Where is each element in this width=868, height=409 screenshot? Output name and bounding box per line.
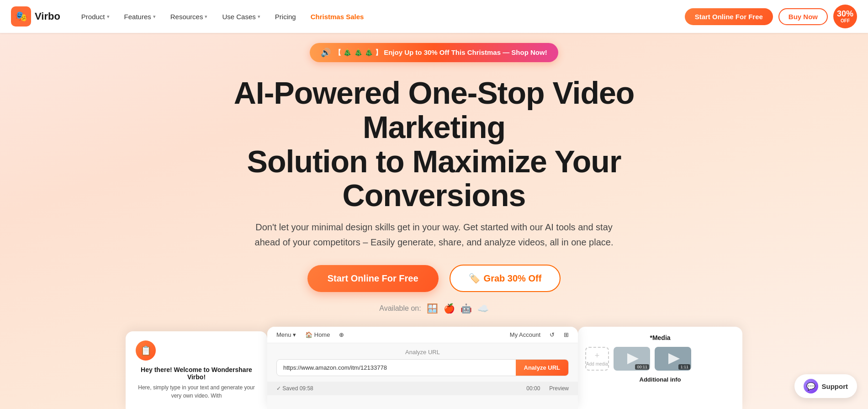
chevron-down-icon: ▾ [258,14,260,20]
thumb-2-time: 1:11 [678,364,690,370]
announcement-banner[interactable]: 🔊 【 🎄 🎄 🎄 】 Enjoy Up to 30% Off This Chr… [310,43,558,62]
navbar-start-free-button[interactable]: Start Online For Free [685,8,773,25]
editor-content: Analyze URL Analyze URL [267,343,578,382]
grab-discount-button[interactable]: 🏷️ Grab 30% Off [450,265,561,292]
cta-row: Start Online For Free 🏷️ Grab 30% Off [307,265,561,292]
chat-panel: 📋 Hey there! Welcome to Wondershare Virb… [126,331,267,409]
add-media-button[interactable]: + Add media [585,347,609,371]
thumb-1-time: 00:11 [635,364,649,370]
home-button[interactable]: 🏠 Home [305,331,330,338]
start-online-free-button[interactable]: Start Online For Free [307,265,439,292]
speaker-icon: 🔊 [321,48,331,58]
navbar-actions: Start Online For Free Buy Now 30% OFF [685,5,857,28]
nav-pricing[interactable]: Pricing [269,9,302,24]
media-panel-title: *Media [585,334,735,341]
logo-link[interactable]: 🎭 Virbo [11,6,60,27]
analyze-url-input[interactable] [277,360,516,376]
cloud-icon: ☁️ [477,303,489,314]
nav-christmas-sales[interactable]: Christmas Sales [304,9,370,24]
hero-subtext: Don't let your minimal design skills get… [247,220,621,250]
media-thumb-2[interactable]: 1:11 [655,347,691,371]
nav-use-cases[interactable]: Use Cases ▾ [216,9,266,24]
hero-section: 🔊 【 🎄 🎄 🎄 】 Enjoy Up to 30% Off This Chr… [0,0,868,409]
support-button[interactable]: 💬 Support [794,374,857,398]
analyze-url-button[interactable]: Analyze URL [516,360,568,376]
logo-text: Virbo [35,11,60,22]
my-account-button[interactable]: My Account [510,331,540,338]
logo-icon: 🎭 [11,6,31,27]
windows-icon: 🪟 [427,303,438,314]
analyze-url-input-row: Analyze URL [276,359,569,376]
additional-info-label: Additional info [585,376,735,383]
chat-avatar-icon: 📋 [136,340,156,361]
chevron-down-icon: ▾ [153,14,156,20]
grid-button[interactable]: ⊞ [564,331,569,338]
announcement-text: 【 🎄 🎄 🎄 】 Enjoy Up to 30% Off This Chris… [334,48,547,57]
analyze-url-label: Analyze URL [276,349,569,356]
preview-button[interactable]: Preview [549,385,569,392]
saved-status: ✓ Saved 09:58 [276,385,313,392]
editor-toolbar: Menu ▾ 🏠 Home ⊕ My Account ↺ ⊞ [267,327,578,343]
chevron-down-icon: ▾ [107,14,110,20]
navbar: 🎭 Virbo Product ▾ Features ▾ Resources ▾… [0,0,868,33]
apple-icon: 🍎 [444,303,455,314]
chat-body: Here, simply type in your text and gener… [136,383,257,400]
chat-title: Hey there! Welcome to Wondershare Virbo! [136,366,257,381]
hero-heading: AI-Powered One-Stop Video Marketing Solu… [183,76,685,212]
nav-product[interactable]: Product ▾ [75,9,116,24]
navbar-nav: Product ▾ Features ▾ Resources ▾ Use Cas… [75,9,685,24]
discount-badge: 30% OFF [833,5,857,28]
available-on-label: Available on: [379,304,421,313]
editor-panel: Menu ▾ 🏠 Home ⊕ My Account ↺ ⊞ [267,327,578,409]
editor-status-bar: ✓ Saved 09:58 00:00 Preview [267,382,578,395]
plus-icon: + [595,351,600,361]
android-icon: 🤖 [460,303,472,314]
support-icon: 💬 [804,379,818,393]
preview-row: 📋 Hey there! Welcome to Wondershare Virb… [0,327,868,409]
time-status: 00:00 [526,385,540,392]
chevron-down-icon: ▾ [205,14,207,20]
menu-button[interactable]: Menu ▾ [276,331,296,338]
add-button[interactable]: ⊕ [339,331,344,338]
media-panel: *Media + Add media 00:11 [578,327,742,409]
navbar-buy-now-button[interactable]: Buy Now [778,8,828,25]
nav-features[interactable]: Features ▾ [118,9,162,24]
media-thumbs: + Add media 00:11 1:11 [585,347,735,371]
undo-button[interactable]: ↺ [550,331,555,338]
nav-resources[interactable]: Resources ▾ [164,9,214,24]
media-thumb-1[interactable]: 00:11 [614,347,650,371]
available-on-row: Available on: 🪟 🍎 🤖 ☁️ [379,303,488,314]
